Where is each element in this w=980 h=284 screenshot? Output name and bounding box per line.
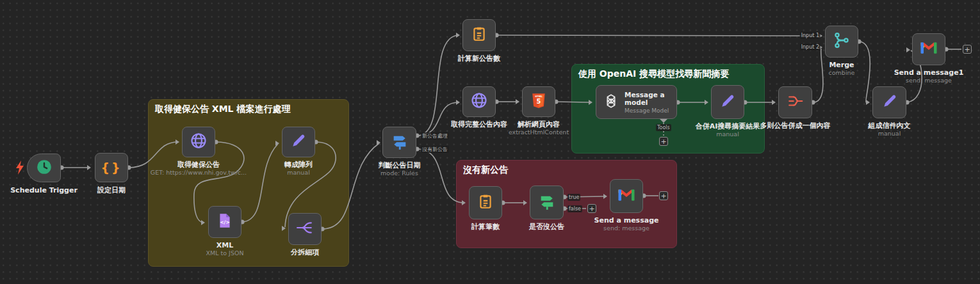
openai-node-text: Message a model Message Model	[625, 91, 676, 114]
clock-icon	[36, 159, 53, 178]
openai-icon	[603, 93, 619, 112]
node-switch-date[interactable]: 判斷公告日期 mode: Rules	[382, 127, 416, 158]
node-label: Send a message1	[852, 69, 980, 77]
node-get-announcement[interactable]: 取得健保公告 GET: https://www.nhi.gov.tw/c...	[182, 127, 215, 157]
braces-icon: {}	[101, 161, 122, 175]
node-merge[interactable]: Merge combine	[825, 26, 858, 58]
globe-icon	[190, 132, 208, 152]
switch-output-label-2: 沒有新公告	[421, 146, 449, 153]
tools-port-label: Tools	[656, 124, 671, 131]
group-title: 沒有新公告	[457, 161, 676, 180]
merge-input-label-1: Input 1	[800, 32, 821, 39]
node-openai-message-model[interactable]: Message a model Message Model	[596, 85, 677, 119]
pencil-icon	[719, 93, 736, 112]
node-label: Merge	[765, 61, 919, 70]
svg-text:</>: </>	[220, 219, 229, 225]
conn-switch-getfull	[417, 102, 459, 136]
node-schedule-trigger[interactable]: Schedule Trigger	[27, 154, 61, 182]
node-xml[interactable]: </> XML XML to JSON	[208, 206, 241, 238]
if-output-label-false: false	[568, 205, 582, 212]
group-title: 取得健保公告 XML 檔案進行處理	[149, 100, 348, 119]
node-to-array[interactable]: 轉成陣列 manual	[282, 127, 315, 157]
node-label: 取得完整公告內容	[402, 121, 556, 129]
node-get-full-content[interactable]: 取得完整公告內容	[462, 86, 496, 117]
add-tool-button[interactable]: +	[659, 137, 668, 146]
node-label: 計算新公告數	[402, 55, 556, 63]
gmail-icon	[617, 187, 636, 205]
node-compose-email[interactable]: 組成信件內文 manual	[872, 86, 906, 118]
merge-icon	[833, 31, 851, 52]
node-label: Message a model	[625, 91, 676, 106]
add-node-button-false-branch[interactable]: +	[587, 204, 596, 213]
group-title: 使用 OpenAI 搜尋模型找尋新聞摘要	[572, 65, 764, 84]
node-split-items[interactable]: 分拆細項	[288, 213, 322, 245]
svg-text:5: 5	[537, 98, 541, 105]
switch-output-label-1: 新公告處理	[421, 132, 449, 139]
node-subtitle: manual	[813, 130, 967, 137]
conn-switch-countnew	[417, 35, 459, 136]
node-label: 組成信件內文	[813, 122, 967, 130]
conn-merge-compose	[859, 42, 870, 102]
pencil-icon	[881, 93, 898, 112]
merge-input-label-2: Input 2	[800, 43, 821, 51]
clipboard-icon	[471, 26, 487, 45]
node-subtitle: combine	[765, 70, 919, 76]
node-subtitle: Message Model	[625, 107, 676, 114]
node-count-rows[interactable]: 計算筆數	[469, 186, 502, 219]
add-node-button-final[interactable]: +	[963, 45, 972, 54]
node-set-date[interactable]: {} 設定日期	[95, 153, 128, 182]
gmail-icon	[919, 40, 938, 58]
xml-file-icon: </>	[216, 212, 233, 232]
node-parse-html[interactable]: HTML 5 解析網頁內容 extractHtmlContent	[522, 86, 555, 117]
globe-icon	[470, 91, 488, 112]
if-output-label-true: true	[568, 194, 580, 201]
switch-icon	[391, 132, 409, 153]
node-subtitle: send: message	[852, 77, 980, 84]
conn-countnew-merge1	[496, 35, 818, 36]
pencil-icon	[290, 132, 307, 152]
node-if-no-announcement[interactable]: 是否沒公告	[530, 185, 564, 219]
workflow-canvas[interactable]: 取得健保公告 XML 檔案進行處理 使用 OpenAI 搜尋模型找尋新聞摘要 沒…	[0, 0, 980, 284]
conn-aggregate-merge2	[813, 49, 823, 102]
node-gmail-send-message[interactable]: Send a message send: message	[610, 179, 643, 213]
node-count-new[interactable]: 計算新公告數	[462, 19, 496, 51]
execute-bolt-icon[interactable]	[15, 160, 25, 175]
node-aggregate[interactable]: 多則公告併成一個內容	[778, 86, 812, 118]
add-node-button-gmail[interactable]: +	[659, 191, 668, 200]
split-out-icon	[295, 219, 314, 239]
node-merge-ai-results[interactable]: 合併AI搜尋摘要結果 manual	[711, 85, 744, 119]
node-gmail-send-message1[interactable]: Send a message1 send: message	[912, 33, 945, 65]
if-icon	[538, 193, 556, 213]
clipboard-icon	[477, 193, 494, 212]
aggregate-icon	[787, 93, 804, 112]
node-label: Schedule Trigger	[0, 187, 121, 195]
html5-icon: HTML 5	[530, 92, 547, 111]
